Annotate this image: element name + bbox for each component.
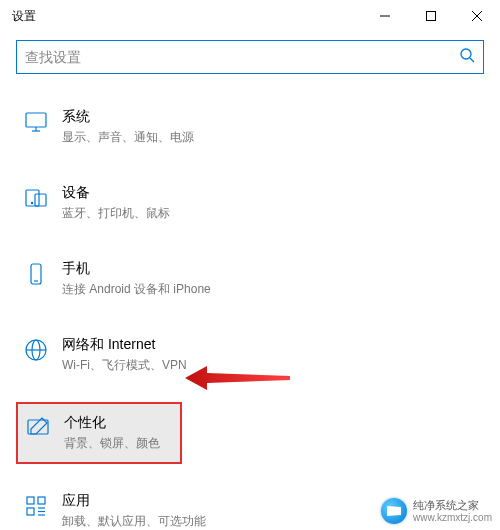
category-title: 设备	[62, 184, 170, 202]
category-text: 系统 显示、声音、通知、电源	[62, 108, 194, 146]
svg-rect-1	[427, 12, 436, 21]
devices-icon	[22, 184, 50, 212]
minimize-button[interactable]	[362, 0, 408, 32]
svg-rect-18	[27, 497, 34, 504]
svg-rect-20	[27, 508, 34, 515]
category-desc: 背景、锁屏、颜色	[64, 435, 160, 452]
category-list: 系统 显示、声音、通知、电源 设备 蓝牙、打印机、鼠标 手机 连接 Androi…	[16, 98, 484, 530]
search-input[interactable]	[25, 49, 459, 65]
category-text: 个性化 背景、锁屏、颜色	[64, 414, 160, 452]
maximize-button[interactable]	[408, 0, 454, 32]
category-desc: 卸载、默认应用、可选功能	[62, 513, 206, 530]
phone-icon	[22, 260, 50, 288]
category-desc: 蓝牙、打印机、鼠标	[62, 205, 170, 222]
svg-point-4	[461, 49, 471, 59]
window-controls	[362, 0, 500, 32]
minimize-icon	[380, 11, 390, 21]
category-system[interactable]: 系统 显示、声音、通知、电源	[16, 98, 484, 156]
maximize-icon	[426, 11, 436, 21]
category-text: 设备 蓝牙、打印机、鼠标	[62, 184, 170, 222]
content-area: 系统 显示、声音、通知、电源 设备 蓝牙、打印机、鼠标 手机 连接 Androi…	[0, 32, 500, 530]
category-text: 手机 连接 Android 设备和 iPhone	[62, 260, 211, 298]
svg-point-11	[31, 202, 32, 203]
watermark-name: 纯净系统之家	[413, 499, 492, 511]
svg-rect-19	[38, 497, 45, 504]
network-icon	[22, 336, 50, 364]
watermark-url: www.kzmxtzj.com	[413, 512, 492, 523]
title-bar: 设置	[0, 0, 500, 32]
close-button[interactable]	[454, 0, 500, 32]
watermark-logo	[381, 498, 407, 524]
category-desc: 显示、声音、通知、电源	[62, 129, 194, 146]
search-icon	[459, 47, 475, 67]
search-box[interactable]	[16, 40, 484, 74]
category-text: 网络和 Internet Wi-Fi、飞行模式、VPN	[62, 336, 187, 374]
svg-rect-6	[26, 113, 46, 127]
watermark-text: 纯净系统之家 www.kzmxtzj.com	[413, 499, 492, 522]
svg-rect-10	[35, 194, 46, 206]
category-title: 手机	[62, 260, 211, 278]
category-title: 应用	[62, 492, 206, 510]
system-icon	[22, 108, 50, 136]
category-title: 个性化	[64, 414, 160, 432]
category-phone[interactable]: 手机 连接 Android 设备和 iPhone	[16, 250, 484, 308]
personalization-icon	[24, 414, 52, 442]
category-network[interactable]: 网络和 Internet Wi-Fi、飞行模式、VPN	[16, 326, 484, 384]
category-text: 应用 卸载、默认应用、可选功能	[62, 492, 206, 530]
window-title: 设置	[12, 8, 36, 25]
category-devices[interactable]: 设备 蓝牙、打印机、鼠标	[16, 174, 484, 232]
close-icon	[472, 11, 482, 21]
category-desc: Wi-Fi、飞行模式、VPN	[62, 357, 187, 374]
category-title: 网络和 Internet	[62, 336, 187, 354]
category-title: 系统	[62, 108, 194, 126]
watermark: 纯净系统之家 www.kzmxtzj.com	[381, 498, 492, 524]
category-desc: 连接 Android 设备和 iPhone	[62, 281, 211, 298]
apps-icon	[22, 492, 50, 520]
category-personalization[interactable]: 个性化 背景、锁屏、颜色	[16, 402, 182, 464]
svg-line-5	[470, 58, 474, 62]
